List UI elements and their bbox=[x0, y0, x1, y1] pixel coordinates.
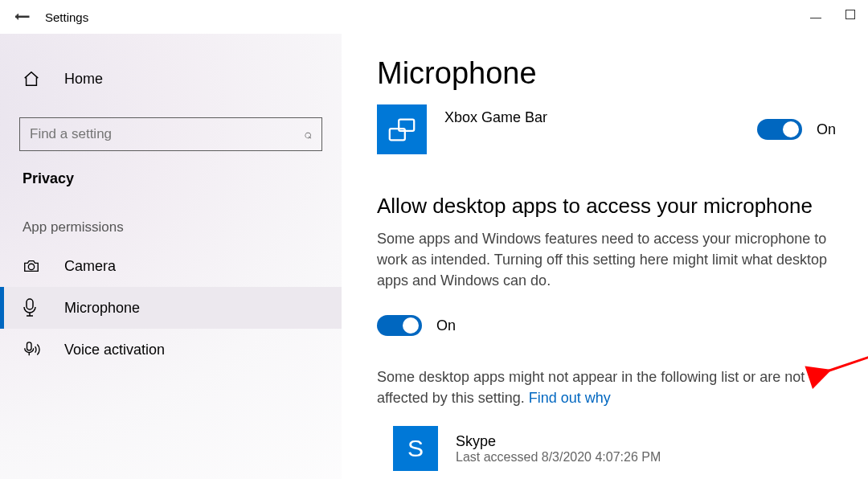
sidebar-item-microphone[interactable]: Microphone bbox=[0, 287, 342, 329]
minimize-button[interactable]: — bbox=[809, 10, 823, 24]
back-button[interactable]: 🠔 bbox=[8, 8, 37, 27]
toggle-allow-desktop-apps[interactable] bbox=[377, 315, 422, 336]
microphone-icon bbox=[23, 298, 43, 317]
window-title: Settings bbox=[45, 10, 88, 24]
home-link[interactable]: Home bbox=[0, 58, 342, 100]
toggle-xbox-game-bar[interactable] bbox=[757, 119, 802, 140]
search-input[interactable] bbox=[30, 126, 304, 142]
toggle-state-xbox: On bbox=[817, 121, 836, 138]
sidebar-item-voice-activation[interactable]: Voice activation bbox=[0, 329, 342, 371]
app-name-xbox: Xbox Game Bar bbox=[444, 109, 757, 126]
search-icon: ⌕ bbox=[304, 127, 312, 141]
section-caption-app-permissions: App permissions bbox=[0, 187, 342, 245]
maximize-button[interactable] bbox=[845, 10, 855, 19]
xbox-game-bar-icon bbox=[377, 104, 427, 154]
sidebar-item-label: Camera bbox=[64, 258, 116, 275]
allow-desktop-note: Some desktop apps might not appear in th… bbox=[377, 366, 836, 408]
desktop-app-name: Skype bbox=[456, 433, 661, 450]
home-label: Home bbox=[64, 71, 103, 88]
voice-activation-icon bbox=[23, 341, 43, 358]
titlebar: 🠔 Settings — bbox=[0, 0, 868, 34]
sidebar-item-camera[interactable]: Camera bbox=[0, 245, 342, 287]
find-out-why-link[interactable]: Find out why bbox=[529, 390, 611, 406]
desktop-app-skype: S Skype Last accessed 8/3/2020 4:07:26 P… bbox=[393, 426, 836, 471]
svg-point-0 bbox=[28, 264, 34, 269]
desktop-app-last-accessed: Last accessed 8/3/2020 4:07:26 PM bbox=[456, 450, 661, 465]
allow-desktop-body: Some apps and Windows features need to a… bbox=[377, 228, 836, 291]
content: Microphone Xbox Game Bar On Allow deskto… bbox=[342, 34, 868, 479]
app-row-xbox: Xbox Game Bar On bbox=[377, 104, 836, 155]
svg-rect-2 bbox=[27, 342, 32, 350]
svg-rect-1 bbox=[27, 299, 33, 309]
home-icon bbox=[23, 70, 43, 88]
sidebar-item-label: Microphone bbox=[64, 300, 140, 317]
sidebar-item-label: Voice activation bbox=[64, 342, 165, 358]
page-title: Microphone bbox=[377, 56, 836, 91]
section-title-privacy: Privacy bbox=[0, 151, 342, 187]
skype-icon: S bbox=[393, 426, 438, 471]
toggle-state-allow-desktop: On bbox=[436, 317, 456, 334]
search-box[interactable]: ⌕ bbox=[19, 117, 322, 151]
camera-icon bbox=[23, 258, 43, 274]
sidebar: Home ⌕ Privacy App permissions Camera bbox=[0, 34, 342, 479]
allow-desktop-heading: Allow desktop apps to access your microp… bbox=[377, 194, 836, 219]
